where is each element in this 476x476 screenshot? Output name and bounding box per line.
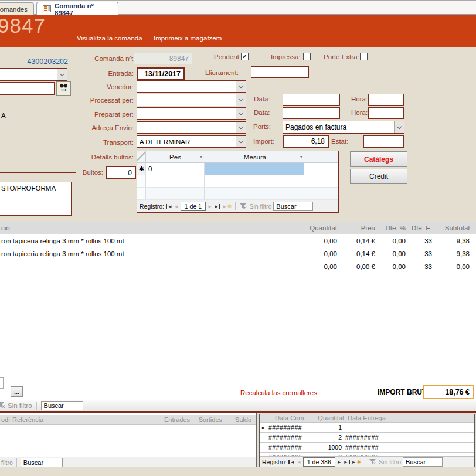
nav-new-record-button[interactable]: ►✱: [352, 459, 361, 465]
adreca-envio-combobox[interactable]: [137, 121, 246, 134]
stock-search-input[interactable]: Buscar: [21, 458, 63, 467]
lliurament-field[interactable]: [251, 66, 309, 78]
pending-row[interactable]: ######### 1000 #########: [260, 443, 474, 453]
recalcula-cremalleres-link[interactable]: Recalcula las cremalleres: [240, 389, 317, 396]
transport-combobox[interactable]: A DETERMINAR: [137, 135, 246, 148]
bultos-field[interactable]: 0: [106, 166, 136, 179]
nav-next-button[interactable]: ►: [337, 460, 342, 465]
pending-row[interactable]: ► ######### 1: [260, 423, 474, 433]
dte-pct-column-header: Dte. %: [385, 225, 406, 232]
nav-prev-button[interactable]: ◄: [174, 204, 179, 209]
column-header-mesura[interactable]: Mesura ▾: [205, 151, 305, 162]
import-label: Import:: [253, 138, 274, 145]
tab-comanda-89847[interactable]: Comanda nº 89847: [36, 2, 118, 16]
credit-button[interactable]: Crèdit: [350, 169, 407, 184]
nav-first-button[interactable]: ◄: [288, 460, 295, 465]
processat-combobox-arrow[interactable]: [236, 94, 246, 106]
pes-cell-empty: [146, 175, 205, 187]
bultos-new-row[interactable]: ✱ 0: [137, 163, 338, 175]
processat-combobox[interactable]: [137, 94, 246, 106]
import-field[interactable]: 6,18: [283, 135, 329, 148]
venedor-combobox[interactable]: [137, 80, 246, 93]
nav-new-record-button[interactable]: ►✱: [222, 203, 232, 209]
main-sin-filtro-label[interactable]: Sin filtro: [8, 402, 32, 409]
nav-last-button[interactable]: ►: [214, 204, 220, 209]
customer-search-input[interactable]: [0, 82, 55, 95]
data-com-cell[interactable]: #########: [267, 423, 307, 433]
quantitat-cell[interactable]: 1: [307, 423, 344, 433]
filter-icon[interactable]: [0, 401, 5, 410]
nav-first-button[interactable]: ◄: [166, 204, 172, 209]
product-row[interactable]: 0,00 0,00 € 0,00 33 0,00: [0, 261, 476, 274]
preparat-combobox-arrow[interactable]: [236, 108, 246, 119]
record-selector[interactable]: [260, 453, 267, 456]
customer-code[interactable]: 4300203202: [27, 57, 68, 66]
more-options-button[interactable]: ...: [11, 386, 23, 397]
transport-combobox-arrow[interactable]: [236, 136, 246, 147]
data-entrega-cell[interactable]: [344, 423, 379, 433]
pes-cell[interactable]: 0: [146, 163, 205, 175]
tab-comanda-label: Comanda nº 89847: [55, 2, 112, 16]
datasheet-corner[interactable]: [137, 151, 146, 162]
customer-combobox[interactable]: [0, 68, 67, 81]
ports-combobox[interactable]: Pagados en factura: [283, 121, 404, 134]
venedor-combobox-arrow[interactable]: [236, 81, 246, 92]
quantitat-cell[interactable]: 0: [307, 453, 344, 456]
entrada-label: Entrada:: [108, 70, 134, 77]
adreca-combobox-arrow[interactable]: [236, 122, 246, 133]
desc-column-header: ció: [1, 225, 10, 232]
datasheet-search-input[interactable]: Buscar: [273, 202, 313, 211]
record-selector[interactable]: [260, 433, 267, 443]
print-warehouse-link[interactable]: Imprimeix a magatzem: [154, 35, 222, 42]
pending-search-input[interactable]: Buscar: [403, 457, 443, 467]
bultos-empty-row[interactable]: [137, 188, 338, 200]
product-row[interactable]: ron tapiceria relinga 3 mm.* rollos 100 …: [0, 248, 476, 261]
chevron-down-icon: [60, 71, 64, 76]
nav-last-button[interactable]: ►: [344, 460, 350, 465]
pending-row[interactable]: ######### 0 #########: [260, 453, 474, 456]
preparat-hora-field[interactable]: [368, 107, 404, 119]
quantitat-cell[interactable]: 1000: [307, 443, 344, 453]
data-com-cell[interactable]: #########: [267, 443, 307, 453]
no-filter-indicator[interactable]: Sin filtro: [239, 203, 271, 210]
nav-prev-button[interactable]: ◄: [297, 460, 301, 465]
view-order-link[interactable]: Visualitza la comanda: [77, 35, 142, 42]
estat-field[interactable]: [363, 135, 404, 148]
data-entrega-cell[interactable]: #########: [344, 433, 379, 443]
column-dropdown-icon[interactable]: ▾: [200, 154, 202, 159]
entrada-field[interactable]: 13/11/2017: [137, 67, 185, 80]
catalegs-button[interactable]: Catàlegs: [350, 151, 407, 167]
mesura-cell-selected[interactable]: [205, 163, 304, 175]
bultos-record-navigator: Registro: ◄ ◄ 1 de 1 ► ► ►✱ Sin filtro B…: [137, 200, 338, 212]
pendent-checkbox[interactable]: ✓: [241, 53, 249, 60]
impressa-checkbox[interactable]: [303, 53, 311, 60]
preparat-data-field[interactable]: [283, 107, 340, 119]
row-filler: [379, 453, 474, 456]
data-entrega-cell[interactable]: #########: [344, 443, 379, 453]
record-position[interactable]: 1 de 386: [303, 457, 335, 467]
customer-combobox-arrow[interactable]: [57, 69, 67, 80]
nav-next-button[interactable]: ►: [208, 204, 212, 209]
column-dropdown-icon[interactable]: ▾: [300, 154, 302, 159]
quantitat-cell[interactable]: 2: [307, 433, 344, 443]
data-com-cell[interactable]: #########: [267, 433, 307, 443]
data-entrega-cell[interactable]: #########: [344, 453, 379, 456]
no-filter-indicator[interactable]: Sin filtro: [369, 458, 401, 465]
processat-hora-field[interactable]: [368, 94, 404, 106]
bultos-empty-row[interactable]: [137, 175, 338, 188]
product-row[interactable]: ron tapiceria relinga 3 mm.* rollos 100 …: [0, 235, 476, 248]
processat-data-field[interactable]: [283, 94, 340, 106]
stock-filtro-label[interactable]: filtro: [1, 459, 13, 466]
stock-record-navigator: filtro Buscar: [0, 457, 256, 467]
ports-combobox-arrow[interactable]: [394, 121, 404, 133]
preparat-combobox[interactable]: [137, 107, 246, 120]
proforma-box[interactable]: STO/PROFORMA: [0, 182, 72, 216]
pending-row[interactable]: ######### 2 #########: [260, 433, 474, 443]
data-com-cell[interactable]: #########: [267, 453, 307, 456]
record-position[interactable]: 1 de 1: [181, 202, 206, 211]
customer-search-button[interactable]: [56, 81, 71, 96]
main-search-input[interactable]: Buscar: [41, 401, 83, 410]
porte-extra-checkbox[interactable]: [360, 53, 368, 60]
record-selector[interactable]: [260, 443, 267, 453]
column-header-pes[interactable]: Pes ▾: [146, 151, 205, 162]
